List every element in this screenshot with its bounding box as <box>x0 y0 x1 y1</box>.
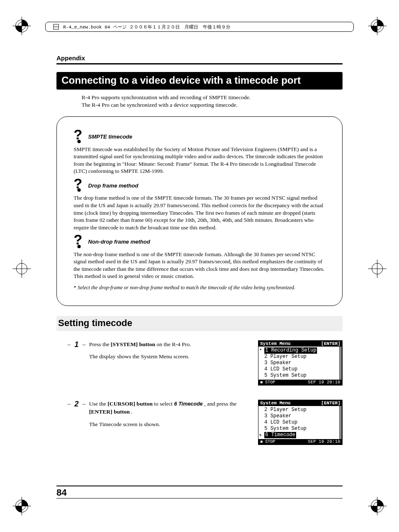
lcd-row: 5 System Setup <box>264 373 337 379</box>
page-title: Connecting to a video device with a time… <box>56 72 343 90</box>
crop-mark-icon <box>368 17 386 35</box>
crop-mark-icon <box>368 260 386 278</box>
page: R-4_e_new.book 84 ページ ２００６年１１月２０日 月曜日 午後… <box>0 0 399 532</box>
lcd-status-right: SEP 19 20:10 <box>308 380 340 385</box>
arrow-updown-icon: ⇅ <box>259 433 262 438</box>
lcd-title: System Menu <box>260 401 291 406</box>
lcd-row: 2 Player Setup <box>264 407 337 413</box>
step-number: 1 <box>72 340 82 349</box>
info-heading: SMPTE timecode <box>88 134 132 140</box>
build-header: R-4_e_new.book 84 ページ ２００６年１１月２０日 月曜日 午後… <box>45 22 354 32</box>
arrow-down-icon: ▾ <box>259 347 262 353</box>
build-info: R-4_e_new.book 84 ページ ２００６年１１月２０日 月曜日 午後… <box>63 24 230 30</box>
question-icon: ? <box>74 130 82 143</box>
lcd-row: 4 LCD Setup <box>264 419 337 426</box>
crop-mark-icon <box>368 497 386 515</box>
intro-line: The R-4 Pro can be synchronized with a d… <box>82 102 238 108</box>
lcd-screenshot: System Menu [ENTER] ▾ 1 Recording Setup … <box>258 340 343 386</box>
bold-label: [ENTER] button <box>89 409 130 415</box>
intro-text: R-4 Pro supports synchronization with an… <box>82 94 343 109</box>
lcd-enter: [ENTER] <box>321 341 340 346</box>
lcd-list: ▾ 1 Recording Setup 2 Player Setup 3 Spe… <box>258 347 342 380</box>
lcd-row: 6 Timecode <box>264 432 296 438</box>
info-heading: Non-drop frame method <box>88 239 150 245</box>
lcd-row: 4 LCD Setup <box>264 366 337 373</box>
page-number: 84 <box>56 486 343 499</box>
intro-line: R-4 Pro supports synchronization with an… <box>82 94 251 100</box>
step-text: Press the [SYSTEM] button on the R-4 Pro… <box>89 340 251 365</box>
step-text: Use the [CURSOR] button to select 6 Time… <box>89 400 251 433</box>
lcd-status-left: ■ STOP <box>260 439 275 444</box>
lcd-row: 2 Player Setup <box>264 354 337 360</box>
lcd-row: 3 Speaker <box>264 413 337 419</box>
question-icon: ? <box>74 179 82 192</box>
section-heading: Setting timecode <box>56 316 343 331</box>
crop-mark-icon <box>13 260 31 278</box>
crop-mark-icon <box>13 17 31 35</box>
info-box: ? SMPTE timecode SMPTE timecode was esta… <box>56 116 343 306</box>
content-area: Appendix Connecting to a video device wi… <box>56 54 343 459</box>
info-body: The non-drop frame method is one of the … <box>74 251 325 280</box>
info-footnote: * Select the drop-frame or non-drop fram… <box>74 284 325 291</box>
lcd-status-right: SEP 19 20:10 <box>308 439 340 444</box>
lcd-row: 5 System Setup <box>264 426 337 432</box>
divider <box>56 63 343 64</box>
lcd-list: 2 Player Setup 3 Speaker 4 LCD Setup 5 S… <box>258 406 342 439</box>
bold-label: [CURSOR] button <box>107 401 153 407</box>
lcd-row: 3 Speaker <box>264 360 337 366</box>
crop-mark-icon <box>13 497 31 515</box>
lcd-enter: [ENTER] <box>321 401 340 406</box>
lcd-row: 1 Recording Setup <box>264 347 317 354</box>
italic-bold-label: 6 Timecode <box>174 401 203 407</box>
lcd-title: System Menu <box>260 341 291 346</box>
step: 1 Press the [SYSTEM] button on the R-4 P… <box>56 340 343 386</box>
step: 2 Use the [CURSOR] button to select 6 Ti… <box>56 400 343 445</box>
step-number: 2 <box>72 400 82 409</box>
lcd-screenshot: System Menu [ENTER] 2 Player Setup 3 Spe… <box>258 400 343 445</box>
appendix-label: Appendix <box>56 54 343 62</box>
info-body: SMPTE timecode was established by the So… <box>74 146 325 175</box>
info-heading: Drop frame method <box>88 182 138 189</box>
info-body: The drop frame method is one of the SMPT… <box>74 194 325 231</box>
book-icon <box>53 24 59 30</box>
lcd-status-left: ■ STOP <box>260 380 275 385</box>
question-icon: ? <box>74 235 82 248</box>
bold-label: [SYSTEM] button <box>111 341 155 347</box>
